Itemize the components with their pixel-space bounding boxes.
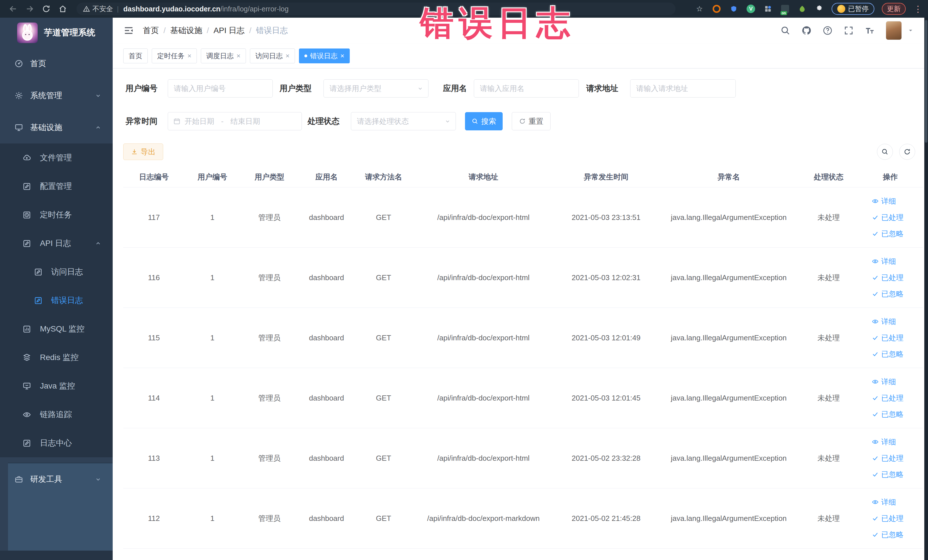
- tab-label: 首页: [129, 51, 142, 61]
- detail-link[interactable]: 详细: [872, 437, 896, 447]
- mark-ignored-link[interactable]: 已忽略: [872, 470, 904, 479]
- sidebar-item-error-log[interactable]: 错误日志: [0, 286, 113, 315]
- cell-app-name: dashboard: [299, 514, 354, 523]
- sidebar-item-config-management[interactable]: 配置管理: [0, 172, 113, 201]
- mark-processed-link[interactable]: 已处理: [872, 333, 904, 343]
- browser-update-button[interactable]: 更新: [882, 3, 906, 15]
- mark-processed-link[interactable]: 已处理: [872, 453, 904, 463]
- sidebar-item-redis-monitor[interactable]: Redis 监控: [0, 343, 113, 372]
- bookmark-star-icon[interactable]: ☆: [694, 4, 704, 14]
- sidebar-collapse-icon[interactable]: [123, 25, 134, 36]
- mark-ignored-link[interactable]: 已忽略: [872, 349, 904, 359]
- tab-error-log[interactable]: 错误日志 ×: [299, 49, 350, 63]
- fullscreen-icon[interactable]: [844, 25, 854, 36]
- user-id-input[interactable]: [168, 79, 272, 97]
- detail-link[interactable]: 详细: [872, 196, 896, 206]
- tab-schedule-log[interactable]: 调度日志 ×: [201, 49, 246, 63]
- sidebar-item-file-management[interactable]: 文件管理: [0, 143, 113, 172]
- extension-icon-green[interactable]: [797, 4, 807, 14]
- sidebar-item-log-center[interactable]: 日志中心: [0, 429, 113, 457]
- view-icon: [872, 258, 879, 265]
- cell-user-id: 1: [185, 454, 240, 463]
- browser-home-icon[interactable]: [57, 3, 69, 15]
- tab-scheduled-jobs[interactable]: 定时任务 ×: [152, 49, 197, 63]
- help-icon[interactable]: [823, 25, 833, 36]
- export-button[interactable]: 导出: [123, 143, 163, 160]
- extension-icon-blue[interactable]: [729, 4, 739, 14]
- app-name-input[interactable]: [474, 79, 578, 97]
- url-divider: |: [117, 5, 119, 13]
- process-status-select[interactable]: 请选择处理状态: [351, 112, 456, 130]
- page-scrollbar[interactable]: [924, 18, 928, 560]
- github-icon[interactable]: [801, 25, 812, 36]
- breadcrumb-item[interactable]: API 日志: [214, 25, 245, 36]
- sidebar-item-label: 配置管理: [40, 181, 72, 192]
- detail-link[interactable]: 详细: [872, 317, 896, 327]
- profile-paused-badge[interactable]: 已暂停: [832, 3, 875, 15]
- app-logo-row[interactable]: 芋道管理系统: [0, 18, 113, 48]
- tab-home[interactable]: 首页: [123, 49, 148, 63]
- extension-icon-orange[interactable]: [712, 4, 722, 14]
- search-button[interactable]: 搜索: [465, 112, 503, 130]
- reset-button[interactable]: 重置: [512, 112, 551, 130]
- sidebar-item-mysql-monitor[interactable]: MySQL 监控: [0, 315, 113, 343]
- timer-icon: [22, 210, 31, 220]
- edit-icon: [22, 182, 31, 191]
- mark-ignored-link[interactable]: 已忽略: [872, 289, 904, 299]
- extension-icon-grid[interactable]: [763, 4, 773, 14]
- detail-link[interactable]: 详细: [872, 377, 896, 387]
- mark-ignored-link[interactable]: 已忽略: [872, 409, 904, 420]
- browser-menu-kebab-icon[interactable]: ⋮: [913, 4, 923, 14]
- mark-processed-link[interactable]: 已处理: [872, 393, 904, 403]
- check-icon: [872, 214, 879, 221]
- close-icon[interactable]: ×: [237, 52, 241, 60]
- sidebar-item-home[interactable]: 首页: [0, 48, 113, 79]
- caret-down-icon[interactable]: [907, 27, 914, 34]
- cell-user-id: 1: [185, 273, 240, 282]
- toggle-search-button[interactable]: [877, 144, 893, 160]
- annotation-error-log-text: 错误日志: [420, 1, 575, 46]
- browser-back-icon[interactable]: [8, 3, 19, 15]
- browser-reload-icon[interactable]: [41, 3, 52, 15]
- scrollbar-thumb[interactable]: [925, 20, 927, 143]
- breadcrumb-item[interactable]: 基础设施: [170, 25, 202, 36]
- user-type-select[interactable]: 请选择用户类型: [324, 79, 429, 98]
- mark-processed-link[interactable]: 已处理: [872, 273, 904, 283]
- detail-link[interactable]: 详细: [872, 497, 896, 507]
- sidebar-item-api-log[interactable]: API 日志: [0, 229, 113, 258]
- cell-exception-name: java.lang.IllegalArgumentException: [658, 514, 799, 523]
- cell-app-name: dashboard: [299, 394, 354, 403]
- date-range-picker[interactable]: 开始日期 - 结束日期: [168, 112, 302, 130]
- sidebar-item-infrastructure[interactable]: 基础设施: [0, 111, 113, 143]
- close-icon[interactable]: ×: [285, 52, 290, 60]
- browser-forward-icon[interactable]: [24, 3, 35, 15]
- mark-ignored-link[interactable]: 已忽略: [872, 530, 904, 540]
- sidebar-item-access-log[interactable]: 访问日志: [0, 258, 113, 286]
- sidebar-item-scheduled-jobs[interactable]: 定时任务: [0, 201, 113, 229]
- briefcase-icon: [14, 475, 23, 484]
- search-icon[interactable]: [780, 25, 791, 36]
- mark-processed-link[interactable]: 已处理: [872, 514, 904, 523]
- detail-link[interactable]: 详细: [872, 256, 896, 267]
- breadcrumb-item[interactable]: 首页: [143, 25, 159, 36]
- extensions-puzzle-icon[interactable]: [815, 4, 824, 14]
- avatar[interactable]: [886, 21, 902, 40]
- close-icon[interactable]: ×: [188, 52, 191, 60]
- font-size-icon[interactable]: [865, 25, 875, 36]
- sidebar-item-java-monitor[interactable]: Java 监控: [0, 372, 113, 400]
- extension-icon-switch-on[interactable]: on: [780, 4, 790, 14]
- mark-ignored-link[interactable]: 已忽略: [872, 229, 904, 239]
- refresh-table-button[interactable]: [899, 144, 915, 160]
- filter-user-type: 用户类型 请选择用户类型: [277, 79, 429, 98]
- sidebar-item-system-management[interactable]: 系统管理: [0, 79, 113, 111]
- site-security-indicator[interactable]: 不安全: [83, 4, 113, 14]
- extension-icon-vue[interactable]: V: [746, 4, 756, 14]
- close-icon[interactable]: ×: [340, 52, 344, 60]
- address-bar[interactable]: 不安全 | dashboard.yudao.iocoder.cn /infra/…: [76, 3, 676, 15]
- request-url-input[interactable]: [630, 79, 736, 97]
- tab-label: 访问日志: [255, 51, 283, 61]
- mark-processed-link[interactable]: 已处理: [872, 212, 904, 223]
- sidebar-item-dev-tools[interactable]: 研发工具: [8, 463, 113, 495]
- sidebar-item-trace[interactable]: 链路追踪: [0, 400, 113, 429]
- tab-access-log[interactable]: 访问日志 ×: [250, 49, 295, 63]
